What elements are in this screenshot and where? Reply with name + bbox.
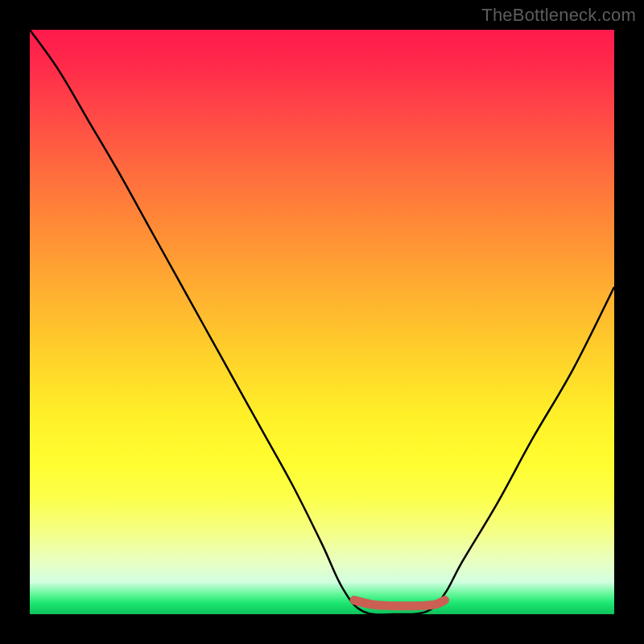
chart-frame: TheBottleneck.com (0, 0, 644, 644)
chart-plot-area (30, 30, 614, 614)
chart-svg (30, 30, 614, 614)
v-curve-line (30, 30, 614, 614)
attribution-text: TheBottleneck.com (481, 5, 636, 26)
flat-red-line (354, 601, 445, 606)
